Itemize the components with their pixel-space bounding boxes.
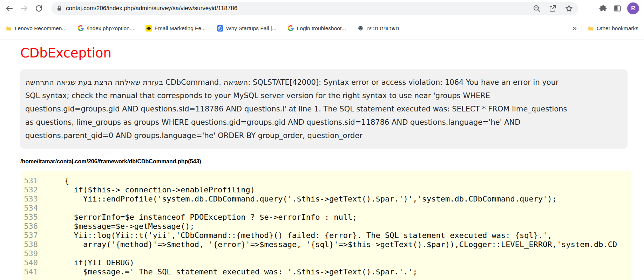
line-code xyxy=(41,204,46,213)
code-line: 535 $errorInfo=$e instanceof PDOExceptio… xyxy=(24,213,631,222)
line-number: 539 xyxy=(24,249,41,258)
code-line: 539 xyxy=(24,249,631,258)
blue-app-favicon xyxy=(217,25,223,32)
error-message-text: התרחשה‎ שגיאה‎ בעת‎ הרצת‎ שאילתה‎ בעזרת‎… xyxy=(25,76,572,142)
google-favicon xyxy=(77,25,84,32)
code-line: 537 Yii::log(Yii::t('yii','CDbCommand::{… xyxy=(24,231,631,240)
code-line: 541 $message.=' The SQL statement execut… xyxy=(24,267,631,276)
error-page: CDbException התרחשה‎ שגיאה‎ בעת‎ הרצת‎ ש… xyxy=(0,46,644,280)
line-code xyxy=(41,249,46,258)
bookmark-item-lenovo[interactable]: Lenovo Recommen... xyxy=(6,25,66,32)
bookmark-label: Lenovo Recommen... xyxy=(15,25,66,32)
line-number: 535 xyxy=(24,213,41,222)
mailchimp-favicon xyxy=(145,25,152,32)
bookmark-label: /index.php?option... xyxy=(87,25,134,32)
line-number: 540 xyxy=(24,258,41,267)
line-code: Yii::log(Yii::t('yii','CDbCommand::{meth… xyxy=(41,231,552,240)
line-number: 541 xyxy=(24,267,41,276)
bookmarks-bar: Lenovo Recommen... /index.php?option... … xyxy=(0,17,644,40)
browser-chrome: contaj.com/206/index.php/admin/survey/sa… xyxy=(0,0,644,40)
line-code: Yii::endProfile('system.db.CDbCommand.qu… xyxy=(41,194,557,204)
code-line: 531 { xyxy=(24,176,631,185)
code-line: 534 xyxy=(24,204,631,213)
google-favicon xyxy=(288,25,294,32)
bookmark-item-hebrew-invoice[interactable]: חשבונית חנייה xyxy=(357,25,399,32)
bookmark-item-indexphp[interactable]: /index.php?option... xyxy=(77,25,134,32)
other-bookmarks-button[interactable]: Other bookmarks xyxy=(588,25,638,32)
bookmark-item-login-troubleshoot[interactable]: Login troubleshoot... xyxy=(288,25,346,32)
code-line: 533 Yii::endProfile('system.db.CDbComman… xyxy=(24,194,631,204)
bookmark-star-icon[interactable] xyxy=(565,4,573,13)
share-icon[interactable] xyxy=(549,4,557,13)
code-line: 540 if(YII_DEBUG) xyxy=(24,258,631,267)
error-message-box: התרחשה‎ שגיאה‎ בעת‎ הרצת‎ שאילתה‎ בעזרת‎… xyxy=(20,69,628,149)
bookmarks-divider xyxy=(582,24,582,33)
other-bookmarks-label: Other bookmarks xyxy=(597,25,638,32)
exception-heading: CDbException xyxy=(20,46,644,61)
bookmark-item-why-startups-fail[interactable]: Why Startups Fail |... xyxy=(217,25,277,32)
code-line: 532 if($this->_connection->enableProfili… xyxy=(24,185,631,194)
url-text[interactable]: contaj.com/206/index.php/admin/survey/sa… xyxy=(66,5,528,12)
code-line: 536 $message=$e->getMessage(); xyxy=(24,222,631,231)
profile-avatar[interactable]: R xyxy=(627,2,639,14)
line-number: 533 xyxy=(24,194,41,204)
line-code: $message.=' The SQL statement executed w… xyxy=(41,267,418,276)
line-number: 537 xyxy=(24,231,41,240)
bookmark-label: חשבונית חנייה xyxy=(366,25,399,32)
bookmark-label: Email Marketing Fe... xyxy=(155,25,206,32)
folder-icon xyxy=(588,25,594,32)
source-file-path: /home/itamar/contaj.com/206/framework/db… xyxy=(20,158,644,165)
address-bar[interactable]: contaj.com/206/index.php/admin/survey/sa… xyxy=(51,2,578,15)
side-panel-icon[interactable] xyxy=(613,4,622,13)
line-number: 536 xyxy=(24,222,41,231)
bookmark-label: Login troubleshoot... xyxy=(297,25,346,32)
forward-icon[interactable] xyxy=(20,4,29,13)
line-code: if($this->_connection->enableProfiling) xyxy=(41,185,255,194)
line-code: $errorInfo=$e instanceof PDOException ? … xyxy=(41,213,357,222)
reload-icon[interactable] xyxy=(34,4,43,13)
lock-icon[interactable] xyxy=(56,5,62,12)
globe-favicon xyxy=(357,25,364,32)
back-icon[interactable] xyxy=(5,4,14,13)
bookmark-item-email-marketing[interactable]: Email Marketing Fe... xyxy=(145,25,206,32)
line-number: 532 xyxy=(24,185,41,194)
line-number: 534 xyxy=(24,204,41,213)
extensions-puzzle-icon[interactable] xyxy=(598,4,608,13)
line-code: { xyxy=(41,176,69,185)
browser-toolbar: contaj.com/206/index.php/admin/survey/sa… xyxy=(0,0,644,17)
line-code: if(YII_DEBUG) xyxy=(41,258,134,267)
source-code-block: 531 { 532 if($this->_connection->enableP… xyxy=(22,171,631,280)
bookmarks-overflow-chevron[interactable]: » xyxy=(572,24,577,33)
bookmark-label: Why Startups Fail |... xyxy=(226,25,277,32)
line-number: 538 xyxy=(24,240,41,249)
zoom-out-icon[interactable] xyxy=(533,4,541,13)
folder-icon xyxy=(6,25,12,32)
code-line: 538 array('{method}'=>$method, '{error}'… xyxy=(24,240,631,249)
line-number: 531 xyxy=(24,176,41,185)
line-code: $message=$e->getMessage(); xyxy=(41,222,195,231)
line-code: array('{method}'=>$method, '{error}'=>$m… xyxy=(41,240,617,249)
